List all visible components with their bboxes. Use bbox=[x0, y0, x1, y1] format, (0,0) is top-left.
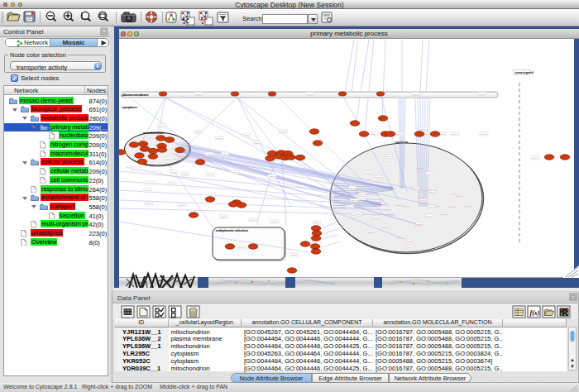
svg-text:GO:00: GO:00 bbox=[351, 199, 357, 202]
svg-text:GO:00: GO:00 bbox=[313, 241, 320, 243]
svg-text:[GO:44]: [GO:44] bbox=[428, 189, 436, 192]
svg-text:GO:00: GO:00 bbox=[426, 215, 433, 218]
svg-text:GO:00: GO:00 bbox=[313, 222, 320, 224]
svg-text:GO:00: GO:00 bbox=[358, 198, 365, 200]
svg-text:GO:00: GO:00 bbox=[366, 172, 372, 174]
svg-text:GO:00: GO:00 bbox=[404, 240, 411, 242]
svg-text:cytoplasm: cytoplasm bbox=[122, 105, 138, 109]
svg-text:GO:00: GO:00 bbox=[428, 206, 435, 208]
svg-text:GO:00: GO:00 bbox=[291, 254, 298, 256]
svg-text:GO:00: GO:00 bbox=[271, 221, 278, 223]
svg-text:GO:00: GO:00 bbox=[165, 158, 172, 160]
svg-text:[GO:44]: [GO:44] bbox=[403, 205, 410, 208]
svg-text:GO:00: GO:00 bbox=[206, 153, 213, 155]
svg-text:GO:00: GO:00 bbox=[383, 164, 390, 166]
svg-text:GO:00: GO:00 bbox=[439, 133, 446, 136]
svg-text:[GO:44]: [GO:44] bbox=[412, 188, 419, 190]
svg-text:GO:00: GO:00 bbox=[148, 136, 155, 139]
svg-text:[GO:44]: [GO:44] bbox=[415, 224, 423, 227]
svg-text:GO:00: GO:00 bbox=[347, 206, 353, 208]
svg-text:GO:00: GO:00 bbox=[355, 213, 361, 216]
svg-text:GO:00: GO:00 bbox=[307, 93, 313, 96]
svg-text:GO:00: GO:00 bbox=[413, 93, 419, 96]
svg-text:GO:00: GO:00 bbox=[243, 134, 250, 136]
svg-text:GO:00: GO:00 bbox=[423, 133, 430, 136]
svg-text:GO:00: GO:00 bbox=[452, 133, 458, 136]
svg-text:GO:00: GO:00 bbox=[144, 189, 151, 192]
svg-text:unassigned: unassigned bbox=[515, 70, 534, 74]
svg-text:plasma membrane: plasma membrane bbox=[122, 93, 150, 97]
svg-text:GO:00: GO:00 bbox=[179, 204, 185, 207]
svg-text:GO:00: GO:00 bbox=[182, 173, 189, 175]
svg-text:GO:00: GO:00 bbox=[222, 153, 228, 155]
svg-text:GO:00: GO:00 bbox=[169, 183, 175, 185]
svg-text:[GO:44]: [GO:44] bbox=[456, 195, 463, 198]
svg-text:[GO:44]: [GO:44] bbox=[387, 213, 395, 216]
svg-text:[GO:44]: [GO:44] bbox=[396, 237, 404, 239]
svg-text:GO:00: GO:00 bbox=[376, 176, 383, 179]
svg-text:GO:00: GO:00 bbox=[220, 216, 227, 218]
svg-text:GO:00: GO:00 bbox=[407, 246, 414, 249]
svg-text:GO:00: GO:00 bbox=[232, 171, 238, 174]
svg-text:GO:00: GO:00 bbox=[359, 194, 366, 196]
svg-text:GO:00: GO:00 bbox=[373, 217, 380, 219]
svg-text:GO:00: GO:00 bbox=[269, 175, 275, 178]
svg-text:GO:00: GO:00 bbox=[280, 131, 286, 133]
svg-text:[GO:44]: [GO:44] bbox=[417, 167, 424, 170]
svg-text:GO:00: GO:00 bbox=[419, 128, 426, 131]
svg-text:GO:00: GO:00 bbox=[146, 182, 153, 184]
svg-text:GO:00: GO:00 bbox=[254, 142, 261, 145]
svg-text:GO:00: GO:00 bbox=[195, 93, 202, 96]
svg-text:GO:00: GO:00 bbox=[207, 174, 213, 176]
svg-text:[GO:44]: [GO:44] bbox=[382, 227, 390, 229]
svg-text:f(x): f(x) bbox=[530, 309, 540, 317]
svg-text:GO:00: GO:00 bbox=[532, 157, 538, 160]
svg-text:endoplasmic reticulum: endoplasmic reticulum bbox=[216, 228, 249, 232]
svg-text:GO:00: GO:00 bbox=[170, 171, 177, 174]
svg-text:GO:00: GO:00 bbox=[371, 133, 377, 136]
svg-text:GO:00: GO:00 bbox=[238, 246, 245, 249]
svg-text:GO:00: GO:00 bbox=[481, 133, 487, 136]
svg-text:GO:00: GO:00 bbox=[146, 203, 152, 205]
svg-text:GO:00: GO:00 bbox=[195, 131, 202, 133]
svg-text:[GO:44]: [GO:44] bbox=[390, 187, 397, 189]
svg-text:[GO:44]: [GO:44] bbox=[419, 198, 427, 200]
svg-text:GO:00: GO:00 bbox=[426, 173, 433, 175]
svg-text:[GO:44]: [GO:44] bbox=[441, 213, 448, 216]
svg-text:GO:00: GO:00 bbox=[479, 93, 486, 96]
svg-text:[GO:44]: [GO:44] bbox=[377, 203, 385, 206]
svg-text:GO:00: GO:00 bbox=[216, 137, 223, 140]
svg-text:GO:00: GO:00 bbox=[385, 155, 392, 158]
svg-text:GO:00: GO:00 bbox=[154, 172, 160, 174]
svg-text:GO:00: GO:00 bbox=[396, 133, 403, 136]
svg-text:[GO:44]: [GO:44] bbox=[449, 206, 457, 208]
svg-text:[GO:44]: [GO:44] bbox=[367, 232, 375, 234]
svg-text:GO:00: GO:00 bbox=[349, 187, 356, 189]
svg-text:GO:00: GO:00 bbox=[250, 219, 256, 222]
svg-text:GO:00: GO:00 bbox=[132, 168, 139, 170]
svg-text:[GO:44]: [GO:44] bbox=[465, 205, 472, 208]
svg-text:GO:00: GO:00 bbox=[159, 125, 165, 127]
